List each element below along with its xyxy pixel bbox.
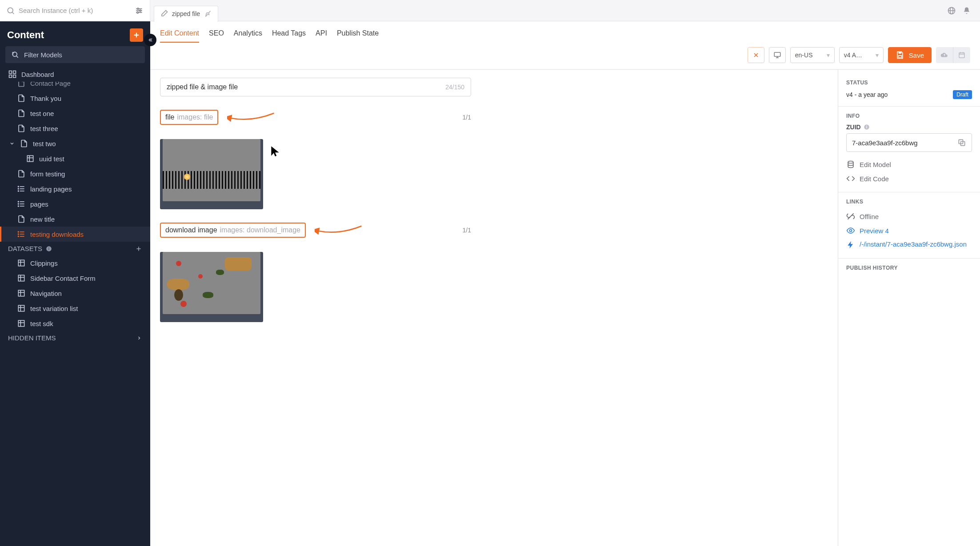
svg-rect-68 bbox=[959, 53, 964, 58]
sidebar-item-label: pages bbox=[30, 200, 48, 208]
svg-point-0 bbox=[8, 8, 13, 13]
subtab[interactable]: Analytics bbox=[234, 29, 262, 43]
svg-line-1 bbox=[12, 12, 14, 14]
save-label: Save bbox=[909, 52, 924, 59]
pin-icon[interactable] bbox=[204, 9, 212, 18]
locale-select[interactable]: en-US ▾ bbox=[790, 47, 835, 63]
globe-icon[interactable] bbox=[947, 6, 956, 15]
open-tab[interactable]: zipped file bbox=[154, 6, 218, 22]
annotation-arrow-icon bbox=[227, 110, 276, 125]
sidebar-item[interactable]: landing pages bbox=[0, 181, 150, 196]
svg-line-77 bbox=[848, 213, 853, 219]
sidebar-item[interactable]: test three bbox=[0, 121, 150, 136]
table-icon bbox=[17, 259, 26, 267]
field-label-text: download image bbox=[165, 226, 217, 234]
page-icon bbox=[17, 94, 26, 103]
svg-rect-46 bbox=[18, 260, 24, 266]
subtab[interactable]: SEO bbox=[209, 29, 224, 43]
list-icon bbox=[17, 184, 26, 193]
sidebar-item[interactable]: Sidebar Contact Form bbox=[0, 271, 150, 286]
plus-icon[interactable] bbox=[135, 245, 142, 252]
subtab[interactable]: Head Tags bbox=[272, 29, 306, 43]
page-icon bbox=[17, 124, 26, 133]
close-editor-button[interactable] bbox=[748, 47, 764, 63]
sidebar-item[interactable]: new title bbox=[0, 211, 150, 227]
svg-point-41 bbox=[18, 236, 19, 237]
svg-rect-21 bbox=[27, 155, 33, 161]
subtab[interactable]: Edit Content bbox=[160, 29, 199, 43]
panel-link-label: Preview 4 bbox=[860, 227, 889, 235]
locale-value: en-US bbox=[795, 52, 813, 59]
version-value: v4 A… bbox=[844, 52, 862, 59]
title-counter: 24/150 bbox=[445, 84, 464, 91]
title-input[interactable]: zipped file & image file 24/150 bbox=[160, 78, 471, 96]
title-value: zipped file & image file bbox=[167, 83, 238, 91]
bell-icon[interactable] bbox=[962, 6, 971, 15]
sidebar-item[interactable]: Clippings bbox=[0, 255, 150, 271]
datasets-group-head[interactable]: DATASETS i bbox=[0, 242, 150, 255]
sidebar-item[interactable]: uuid test bbox=[0, 151, 150, 166]
sidebar-item-label: Navigation bbox=[30, 290, 62, 297]
sidebar-item[interactable]: Thank you bbox=[0, 91, 150, 106]
chevron-right-icon bbox=[136, 335, 142, 341]
sidebar-item-label: Contact Page bbox=[30, 82, 71, 87]
page-icon bbox=[17, 169, 26, 178]
svg-point-39 bbox=[18, 231, 19, 232]
cursor-icon bbox=[269, 145, 281, 158]
preview-link[interactable]: Preview 4 bbox=[846, 223, 972, 238]
info-icon: i bbox=[46, 246, 52, 252]
nav-dashboard[interactable]: Dashboard bbox=[0, 67, 150, 82]
sidebar-item-label: form testing bbox=[30, 170, 65, 178]
filter-label: Filter Models bbox=[24, 51, 140, 59]
image-card[interactable]: ✕ bbox=[160, 252, 263, 322]
save-icon bbox=[896, 51, 904, 60]
info-icon: i bbox=[864, 124, 870, 130]
sidebar-item[interactable]: testing downloads bbox=[0, 227, 150, 242]
subtab[interactable]: Publish State bbox=[337, 29, 379, 43]
sidebar-item[interactable]: test two bbox=[0, 136, 150, 151]
status-text: v4 - a year ago bbox=[846, 91, 888, 98]
sidebar-item[interactable]: test one bbox=[0, 106, 150, 121]
add-content-button[interactable] bbox=[130, 28, 143, 42]
field-file-label: file images: file bbox=[160, 110, 218, 125]
annotation-arrow-icon bbox=[315, 223, 364, 238]
sidebar-item-label: new title bbox=[30, 215, 55, 223]
zuid-label: ZUID bbox=[846, 124, 861, 131]
table-icon bbox=[17, 289, 26, 298]
image-card[interactable]: ✕ bbox=[160, 139, 263, 209]
subtab[interactable]: API bbox=[316, 29, 327, 43]
svg-rect-18 bbox=[13, 71, 16, 74]
sidebar-item[interactable]: Navigation bbox=[0, 286, 150, 301]
search-input[interactable] bbox=[19, 7, 131, 14]
save-button[interactable]: Save bbox=[888, 47, 932, 63]
table-icon bbox=[26, 154, 35, 163]
svg-point-76 bbox=[848, 161, 853, 163]
collapse-sidebar-button[interactable] bbox=[144, 34, 156, 46]
json-link[interactable]: /-/instant/7-aca9e3aa9f-zc6bwg.json bbox=[846, 238, 972, 252]
datasets-label: DATASETS bbox=[8, 245, 42, 252]
svg-rect-67 bbox=[898, 56, 901, 58]
sidebar-item[interactable]: pages bbox=[0, 196, 150, 211]
schedule-button[interactable] bbox=[953, 47, 970, 63]
edit-model-link[interactable]: Edit Model bbox=[846, 157, 972, 171]
copy-icon[interactable] bbox=[957, 138, 966, 147]
sidebar-item[interactable]: test variation list bbox=[0, 301, 150, 316]
publish-cloud-button[interactable] bbox=[936, 47, 953, 63]
sidebar-item-label: Clippings bbox=[30, 259, 58, 267]
offline-link: Offline bbox=[846, 209, 972, 223]
sidebar-item[interactable]: test sdk bbox=[0, 316, 150, 331]
hidden-items-group-head[interactable]: HIDDEN ITEMS bbox=[0, 331, 150, 345]
sidebar-item[interactable]: form testing bbox=[0, 166, 150, 181]
svg-point-6 bbox=[140, 10, 141, 11]
svg-point-5 bbox=[137, 8, 139, 9]
svg-point-28 bbox=[18, 188, 19, 189]
filter-sliders-icon[interactable] bbox=[135, 6, 144, 15]
svg-rect-66 bbox=[898, 52, 901, 54]
preview-device-button[interactable] bbox=[769, 47, 786, 63]
edit-code-link[interactable]: Edit Code bbox=[846, 171, 972, 186]
sidebar-item[interactable]: Contact Page bbox=[0, 82, 150, 91]
sidebar-item-label: test three bbox=[30, 125, 58, 132]
filter-models-input[interactable]: Filter Models bbox=[5, 46, 145, 63]
version-select[interactable]: v4 A… ▾ bbox=[839, 47, 884, 63]
nav-label: Dashboard bbox=[21, 71, 54, 78]
